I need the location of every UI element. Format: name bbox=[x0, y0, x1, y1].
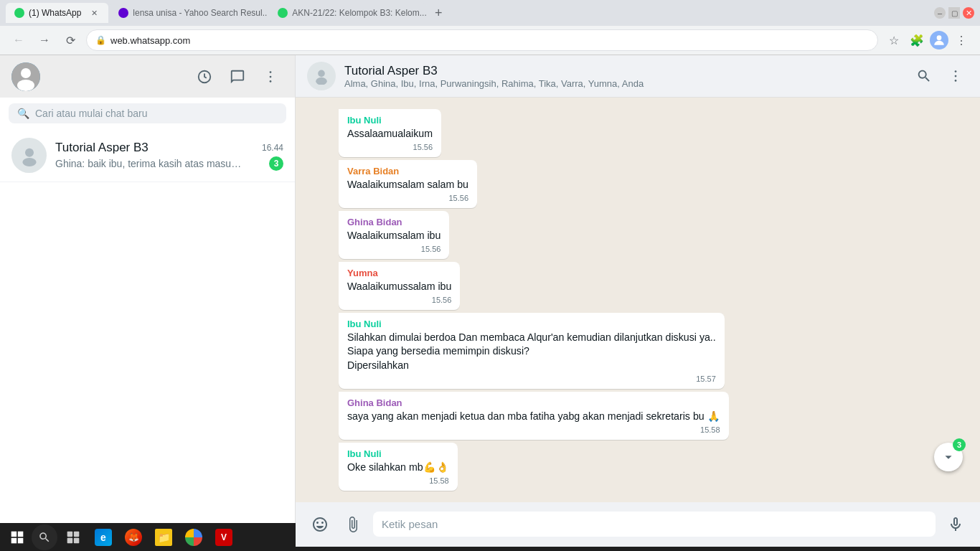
message-time: 15.56 bbox=[347, 194, 468, 202]
scroll-to-bottom-button[interactable]: 3 bbox=[934, 443, 963, 471]
more-chat-options-button[interactable] bbox=[943, 63, 969, 89]
message-time: 15.56 bbox=[347, 143, 433, 151]
svg-point-2 bbox=[21, 68, 31, 78]
taskbar-search-button[interactable] bbox=[32, 524, 57, 550]
message-sender: Yumna bbox=[347, 268, 451, 278]
message-text: Waalaikumussalam ibu bbox=[347, 280, 451, 294]
taskbar-firefox-button[interactable]: 🦊 bbox=[119, 523, 148, 551]
message-sender: Ghina Bidan bbox=[347, 217, 440, 227]
message-text: Waalaikumsalam ibu bbox=[347, 229, 440, 243]
menu-button[interactable]: ⋮ bbox=[951, 30, 971, 50]
svg-point-16 bbox=[955, 80, 957, 82]
message-bubble: Varra Bidan Waalaikumsalam salam bu 15.5… bbox=[339, 160, 477, 208]
bookmark-button[interactable]: ☆ bbox=[884, 30, 904, 50]
status-icon-button[interactable] bbox=[192, 64, 217, 90]
message-bubble: Ibu Nuli Assalaamualaikum 15.56 bbox=[339, 109, 441, 157]
message-bubble: Ibu Nuli Oke silahkan mb💪👌 15.58 bbox=[339, 443, 458, 491]
chat-item-bottom: Ghina: baik ibu, terima kasih atas masuk… bbox=[55, 156, 283, 171]
reload-button[interactable]: ⟳ bbox=[60, 30, 80, 50]
close-button[interactable]: ✕ bbox=[963, 7, 974, 19]
message-input[interactable] bbox=[373, 512, 936, 537]
profile-button[interactable] bbox=[930, 31, 948, 50]
message-time: 15.57 bbox=[347, 375, 716, 383]
chat-area: Tutorial Asper B3 Alma, Ghina, Ibu, Irna… bbox=[296, 55, 980, 547]
taskbar-extra-button[interactable]: V bbox=[209, 523, 238, 551]
message-time: 15.56 bbox=[347, 296, 451, 304]
message-text: Assalaamualaikum bbox=[347, 127, 433, 141]
emoji-button[interactable] bbox=[307, 512, 333, 537]
new-tab-button[interactable]: + bbox=[428, 3, 448, 23]
start-button[interactable] bbox=[6, 526, 29, 549]
message-text: saya yang akan menjadi ketua dan mba fat… bbox=[347, 410, 720, 424]
chat-header-info[interactable]: Tutorial Asper B3 Alma, Ghina, Ibu, Irna… bbox=[344, 64, 903, 89]
address-bar[interactable]: 🔒 web.whatsapp.com bbox=[86, 29, 878, 51]
extensions-button[interactable]: 🧩 bbox=[907, 30, 927, 50]
lock-icon: 🔒 bbox=[95, 35, 106, 45]
more-options-button[interactable] bbox=[258, 64, 283, 90]
scroll-unread-badge: 3 bbox=[953, 438, 966, 451]
tab-label-whatsapp: (1) WhatsApp bbox=[29, 8, 81, 18]
message-sender: Ibu Nuli bbox=[347, 448, 449, 459]
microphone-button[interactable] bbox=[943, 512, 969, 537]
minimize-button[interactable]: – bbox=[934, 7, 946, 19]
tab-bar: (1) WhatsApp ✕ lensa unisa - Yahoo Searc… bbox=[0, 0, 980, 26]
chat-header: Tutorial Asper B3 Alma, Ghina, Ibu, Irna… bbox=[296, 55, 980, 98]
sidebar: 🔍 Tutorial Asper B3 16.44 Ghina: baik ib… bbox=[0, 55, 296, 523]
tab-favicon-akn bbox=[278, 8, 288, 18]
svg-rect-20 bbox=[18, 538, 24, 544]
chat-preview: Ghina: baik ibu, terima kasih atas masuk… bbox=[55, 158, 242, 169]
taskbar-files-button[interactable]: 📁 bbox=[149, 523, 178, 551]
tab-favicon-yahoo bbox=[118, 8, 128, 18]
list-item[interactable]: Tutorial Asper B3 16.44 Ghina: baik ibu,… bbox=[0, 129, 295, 182]
svg-rect-23 bbox=[67, 538, 73, 544]
message-text: Oke silahkan mb💪👌 bbox=[347, 461, 449, 475]
forward-button[interactable]: → bbox=[34, 30, 55, 50]
svg-point-10 bbox=[22, 158, 36, 166]
message-text: Waalaikumsalam salam bu bbox=[347, 178, 468, 192]
chat-header-avatar[interactable] bbox=[307, 62, 336, 90]
svg-point-12 bbox=[318, 70, 325, 77]
svg-rect-19 bbox=[11, 538, 17, 544]
back-button[interactable]: ← bbox=[9, 30, 29, 50]
scroll-to-bottom-area: 3 bbox=[934, 443, 963, 471]
tab-akn[interactable]: AKN-21/22: Kelompok B3: Kelom... ✕ bbox=[269, 3, 427, 23]
message-time: 15.58 bbox=[347, 425, 720, 434]
chat-list: Tutorial Asper B3 16.44 Ghina: baik ibu,… bbox=[0, 129, 295, 523]
chat-wrapper: Tutorial Asper B3 Alma, Ghina, Ibu, Irna… bbox=[296, 55, 980, 523]
sidebar-header bbox=[0, 55, 295, 98]
message-time: 15.56 bbox=[347, 245, 440, 253]
chat-name: Tutorial Asper B3 bbox=[55, 141, 149, 155]
tab-close-whatsapp[interactable]: ✕ bbox=[88, 7, 100, 19]
whatsapp-app: 🔍 Tutorial Asper B3 16.44 Ghina: baik ib… bbox=[0, 55, 980, 523]
taskbar-taskview-button[interactable] bbox=[59, 523, 88, 551]
chat-item-top: Tutorial Asper B3 16.44 bbox=[55, 141, 283, 155]
search-bar: 🔍 bbox=[0, 98, 295, 129]
taskbar-edge-button[interactable]: e bbox=[89, 523, 118, 551]
new-chat-button[interactable] bbox=[225, 64, 250, 90]
messages-area: Ibu Nuli Assalaamualaikum 15.56 Varra Bi… bbox=[296, 98, 980, 502]
svg-point-3 bbox=[17, 80, 34, 91]
message-bubble: Ghina Bidan Waalaikumsalam ibu 15.56 bbox=[339, 211, 449, 259]
tab-whatsapp[interactable]: (1) WhatsApp ✕ bbox=[6, 3, 108, 23]
search-chat-button[interactable] bbox=[911, 63, 937, 89]
maximize-button[interactable]: ▢ bbox=[948, 7, 960, 19]
chat-members: Alma, Ghina, Ibu, Irna, Purwaningsih, Ra… bbox=[344, 78, 903, 89]
message-sender: Varra Bidan bbox=[347, 166, 468, 176]
unread-badge: 3 bbox=[269, 156, 283, 171]
svg-rect-24 bbox=[74, 538, 80, 544]
browser-toolbar: ← → ⟳ 🔒 web.whatsapp.com ☆ 🧩 ⋮ bbox=[0, 26, 980, 55]
message-bubble: Ghina Bidan saya yang akan menjadi ketua… bbox=[339, 392, 729, 440]
tab-favicon-whatsapp bbox=[14, 8, 24, 18]
sidebar-header-icons bbox=[192, 64, 283, 90]
user-avatar[interactable] bbox=[11, 62, 40, 91]
svg-rect-18 bbox=[18, 532, 24, 537]
message-bubble: Ibu Nuli Silahkan dimulai berdoa Dan mem… bbox=[339, 313, 725, 390]
taskbar-chrome-button[interactable] bbox=[179, 523, 208, 551]
attachment-button[interactable] bbox=[340, 512, 366, 537]
search-icon: 🔍 bbox=[17, 108, 29, 119]
browser-chrome: (1) WhatsApp ✕ lensa unisa - Yahoo Searc… bbox=[0, 0, 980, 55]
svg-point-6 bbox=[270, 75, 272, 77]
search-input[interactable] bbox=[35, 108, 278, 119]
tab-yahoo[interactable]: lensa unisa - Yahoo Search Resul... ✕ bbox=[110, 3, 268, 23]
svg-point-15 bbox=[955, 75, 957, 77]
